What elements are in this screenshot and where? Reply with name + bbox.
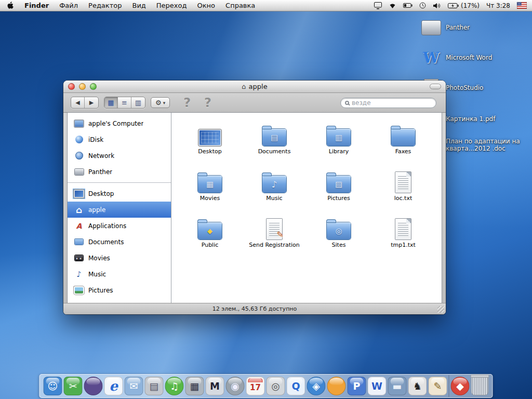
file-icon: [262, 176, 286, 193]
dock-icon-glyph: ◈: [312, 381, 320, 391]
file-icon: [395, 219, 411, 240]
library-folder[interactable]: Library: [307, 120, 371, 167]
internet-explorer[interactable]: e: [104, 377, 123, 395]
documents-folder[interactable]: Documents: [242, 120, 307, 167]
finder[interactable]: ☺: [44, 377, 62, 395]
tmp1-txt-file[interactable]: tmp1.txt: [371, 214, 435, 260]
icon-view-button[interactable]: ▦: [104, 97, 118, 108]
sidebar-network[interactable]: Network: [68, 148, 171, 164]
menu-window[interactable]: Окно: [192, 0, 221, 11]
desktop-item-label: Panther: [446, 24, 470, 31]
file-grid: Desktop Documents Library: [171, 113, 442, 303]
chess[interactable]: ♞: [408, 377, 427, 395]
menu-bar: Finder Файл Редактор Вид Переход Окно Сп…: [0, 0, 532, 11]
finder-window: ⌂ apple ◀ ▶ ▦ ≡ ▥ ⚙ ▾ ? ?: [63, 81, 446, 314]
minimize-button[interactable]: [79, 83, 86, 90]
quicktime[interactable]: Q: [287, 377, 305, 395]
toolbar-toggle-button[interactable]: [430, 84, 441, 89]
microsoft-word[interactable]: W: [368, 377, 387, 395]
menu-view[interactable]: Вид: [127, 0, 151, 11]
input-language-flag-icon[interactable]: [517, 2, 527, 9]
dvd-player[interactable]: ◉: [226, 377, 245, 395]
folder-drawer[interactable]: ▬: [388, 377, 407, 395]
window-content: apple's Computer iDisk Network: [68, 113, 442, 303]
battery-meter-icon[interactable]: [403, 3, 413, 8]
mail[interactable]: ✉: [125, 377, 143, 395]
forward-button[interactable]: ▶: [85, 97, 98, 108]
trash[interactable]: [471, 376, 489, 395]
menu-file[interactable]: Файл: [54, 0, 83, 11]
file-icon: [395, 172, 411, 193]
file-label: Music: [266, 195, 282, 202]
desktop-item-icon: [421, 49, 442, 66]
mplayer[interactable]: M: [206, 377, 224, 395]
dock-separator[interactable]: [449, 375, 449, 397]
sidebar-documents[interactable]: Documents: [68, 234, 171, 250]
sidebar-idisk[interactable]: iDisk: [68, 131, 171, 148]
battery-menu[interactable]: (17%): [448, 2, 480, 9]
music-folder[interactable]: Music: [242, 167, 307, 214]
send-registration-file[interactable]: Send Registration: [242, 214, 307, 260]
resize-grip[interactable]: [437, 306, 444, 313]
wifi-icon[interactable]: [389, 3, 396, 9]
ical[interactable]: 17: [246, 377, 265, 395]
desktop-volume-panther[interactable]: Panther: [421, 19, 532, 36]
sidebar-separator: [68, 182, 171, 183]
itunes[interactable]: ♫: [165, 377, 184, 395]
safari[interactable]: ◈: [307, 377, 326, 395]
zoom-button[interactable]: [90, 83, 97, 90]
sidebar-apple-home[interactable]: apple: [68, 202, 171, 218]
app-green[interactable]: ✂: [64, 377, 83, 395]
title-bar[interactable]: ⌂ apple: [63, 81, 446, 93]
menu-go[interactable]: Переход: [151, 0, 192, 11]
file-icon: [198, 129, 221, 146]
sidebar-pictures[interactable]: Pictures: [68, 282, 171, 298]
close-button[interactable]: [68, 83, 75, 90]
pictures-folder[interactable]: Pictures: [307, 167, 371, 214]
list-view-button[interactable]: ≡: [118, 97, 131, 108]
sidebar-panther[interactable]: Panther: [68, 164, 171, 180]
sidebar-music[interactable]: Music: [68, 266, 171, 282]
menu-help[interactable]: Справка: [220, 0, 260, 11]
sidebar-item-icon: [73, 189, 85, 199]
column-view-button[interactable]: ▥: [131, 97, 145, 108]
clock-sync-icon[interactable]: [419, 2, 426, 9]
app-blue-p[interactable]: P: [348, 377, 366, 395]
sidebar-applications[interactable]: Applications: [68, 218, 171, 234]
desktop-app-microsoft-word[interactable]: Microsoft Word: [421, 49, 532, 66]
app-orange[interactable]: [327, 377, 346, 395]
dock-icon-glyph: ♫: [170, 381, 179, 391]
movies-folder[interactable]: Movies: [178, 167, 242, 214]
sidebar-apples-computer[interactable]: apple's Computer: [68, 115, 171, 131]
battery-charge-icon: [448, 3, 459, 8]
dock-icon-glyph: ▤: [150, 381, 159, 391]
printer[interactable]: ▤: [145, 377, 164, 395]
app-purple[interactable]: [84, 377, 103, 395]
apple-menu[interactable]: [5, 0, 19, 11]
display-icon[interactable]: [374, 2, 382, 9]
menu-finder[interactable]: Finder: [19, 0, 54, 11]
menu-edit[interactable]: Редактор: [83, 0, 127, 11]
sites-folder[interactable]: Sites: [307, 214, 371, 260]
sidebar-movies[interactable]: Movies: [68, 250, 171, 266]
public-folder[interactable]: Public: [178, 214, 242, 260]
desktop-item[interactable]: Desktop: [178, 120, 242, 167]
art-app[interactable]: ✎: [429, 377, 447, 395]
app-grey[interactable]: ◎: [267, 377, 285, 395]
action-menu-button[interactable]: ⚙ ▾: [151, 97, 170, 108]
app-red[interactable]: ◆: [451, 377, 470, 395]
file-icon-box: [262, 120, 286, 146]
volume-icon[interactable]: [433, 3, 441, 9]
dock-icon-glyph: Q: [291, 381, 300, 391]
sidebar-desktop[interactable]: Desktop: [68, 185, 171, 202]
dock-icon-glyph: W: [371, 381, 382, 391]
search-field[interactable]: [340, 98, 436, 108]
loc-txt-file[interactable]: loc.txt: [371, 167, 435, 214]
calculator[interactable]: ▦: [185, 377, 204, 395]
faxes-folder[interactable]: Faxes: [371, 120, 435, 167]
file-label: Pictures: [327, 195, 350, 202]
search-input[interactable]: [352, 99, 432, 107]
back-button[interactable]: ◀: [71, 97, 85, 108]
dock-icon-glyph: M: [210, 381, 220, 391]
menu-clock[interactable]: Чт 3:28: [486, 2, 510, 9]
